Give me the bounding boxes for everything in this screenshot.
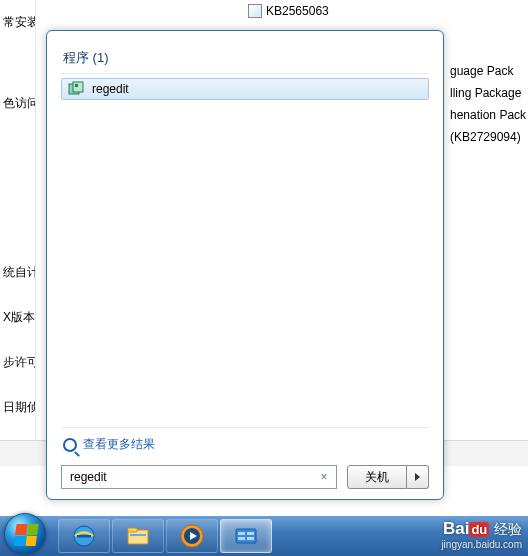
background-right-text: guage Pack lling Package henation Pack (… [450,60,528,148]
watermark: Baidu 经验 jingyan.baidu.com [441,519,522,550]
svg-rect-2 [75,84,78,87]
shutdown-label: 关机 [365,469,389,486]
tree-item[interactable]: 日期侦 [0,393,35,422]
watermark-brand-suffix: 经验 [494,521,522,537]
taskbar-ie-button[interactable] [58,519,110,553]
tree-item[interactable]: 统自计 [0,258,35,287]
svg-rect-7 [130,534,146,536]
taskbar-media-player-button[interactable] [166,519,218,553]
file-explorer-icon [125,523,151,549]
search-input-container[interactable]: × [61,465,337,489]
see-more-results-link[interactable]: 查看更多结果 [61,427,429,465]
update-package-icon [248,4,262,18]
svg-rect-4 [77,535,91,538]
shutdown-button[interactable]: 关机 [347,465,407,489]
search-input[interactable] [70,470,316,484]
tree-item[interactable]: X版本 [0,303,35,332]
svg-rect-12 [238,532,245,535]
svg-rect-11 [236,529,256,543]
list-item-label: KB2565063 [266,4,329,18]
windows-logo-icon [13,524,38,546]
shutdown-split-button: 关机 [347,465,429,489]
start-menu-bottom-row: × 关机 [61,465,429,489]
see-more-label: 查看更多结果 [83,436,155,453]
svg-rect-13 [247,532,254,535]
tree-item[interactable]: 色访问 [0,89,35,118]
media-player-icon [179,523,205,549]
search-icon [63,438,77,452]
control-panel-icon [233,523,259,549]
clear-search-icon[interactable]: × [316,470,332,484]
watermark-url: jingyan.baidu.com [441,539,522,551]
svg-rect-6 [128,528,137,532]
watermark-brand: Bai [443,519,469,538]
start-menu-search-panel: 程序 (1) regedit 查看更多结果 × 关机 [46,30,444,500]
background-tree-pane: 常安装 色访问 统自计 X版本 步许可 日期侦 [0,0,36,440]
svg-rect-15 [247,537,254,540]
internet-explorer-icon [71,523,97,549]
list-item-kb[interactable]: KB2565063 [248,4,329,18]
results-section-header: 程序 (1) [61,45,429,74]
regedit-icon [68,81,84,97]
shutdown-options-button[interactable] [407,465,429,489]
results-empty-area [61,100,429,427]
search-result-regedit[interactable]: regedit [61,78,429,100]
chevron-right-icon [415,473,420,481]
start-button[interactable] [4,513,46,555]
svg-rect-14 [238,537,245,540]
taskbar-control-panel-button[interactable] [220,519,272,553]
tree-item[interactable]: 常安装 [0,8,35,37]
search-result-label: regedit [92,82,129,96]
tree-item[interactable]: 步许可 [0,348,35,377]
taskbar-explorer-button[interactable] [112,519,164,553]
